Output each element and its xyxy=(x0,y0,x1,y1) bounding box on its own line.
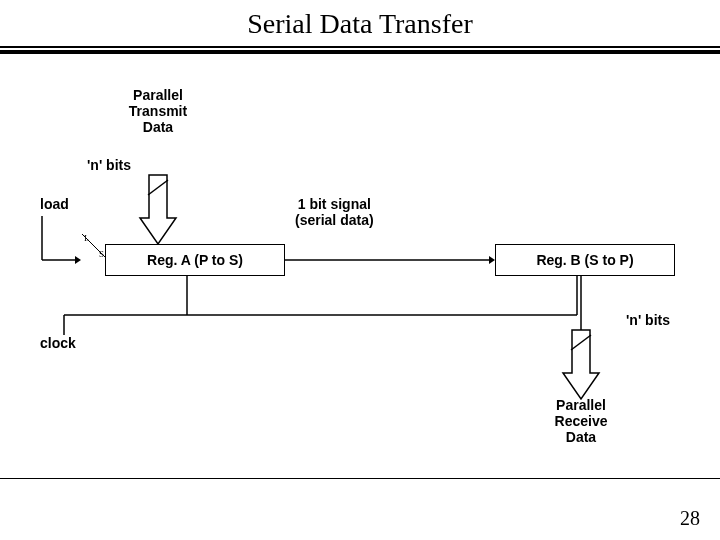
reg-a-box: Reg. A (P to S) xyxy=(105,244,285,276)
one-bit-signal-label: 1 bit signal (serial data) xyxy=(295,196,374,228)
svg-marker-12 xyxy=(563,330,599,399)
title-rule-thin xyxy=(0,46,720,48)
ls-L: L xyxy=(84,233,90,243)
svg-line-2 xyxy=(148,180,168,195)
title-rule-thick xyxy=(0,50,720,54)
n-bits-bottom-label: 'n' bits xyxy=(626,312,670,328)
page-title: Serial Data Transfer xyxy=(0,0,720,46)
page-number: 28 xyxy=(680,507,700,530)
parallel-transmit-arrow xyxy=(140,175,176,244)
n-bits-top-label: 'n' bits xyxy=(87,157,131,173)
clock-label: clock xyxy=(40,335,76,351)
parallel-receive-label: Parallel Receive Data xyxy=(541,397,621,445)
parallel-transmit-label: Parallel Transmit Data xyxy=(118,87,198,135)
svg-marker-5 xyxy=(75,256,81,264)
parallel-receive-arrow xyxy=(563,330,599,399)
svg-marker-1 xyxy=(140,175,176,244)
svg-line-13 xyxy=(571,335,591,350)
ls-S: S xyxy=(99,249,104,259)
ls-marker: L S xyxy=(82,234,106,258)
reg-b-box: Reg. B (S to P) xyxy=(495,244,675,276)
load-label: load xyxy=(40,196,69,212)
bottom-rule xyxy=(0,478,720,479)
